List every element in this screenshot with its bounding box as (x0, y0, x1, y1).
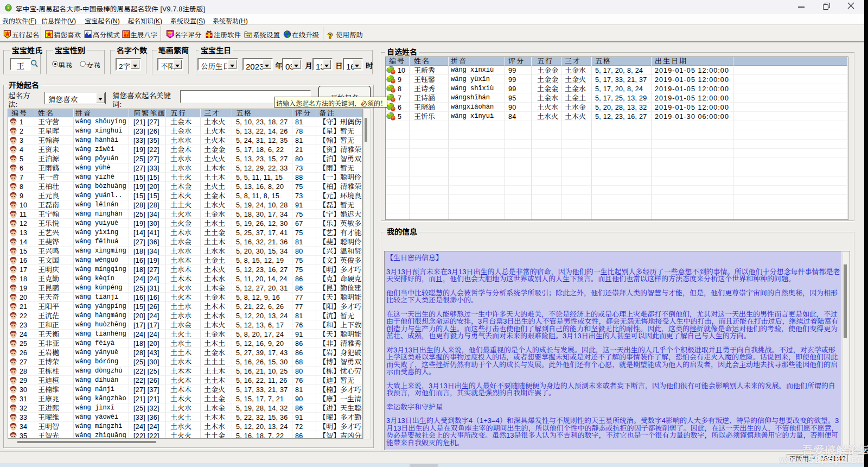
svg-text:吉: 吉 (5, 30, 10, 37)
svg-text:官: 官 (168, 30, 173, 37)
svg-text:年: 年 (124, 30, 129, 37)
